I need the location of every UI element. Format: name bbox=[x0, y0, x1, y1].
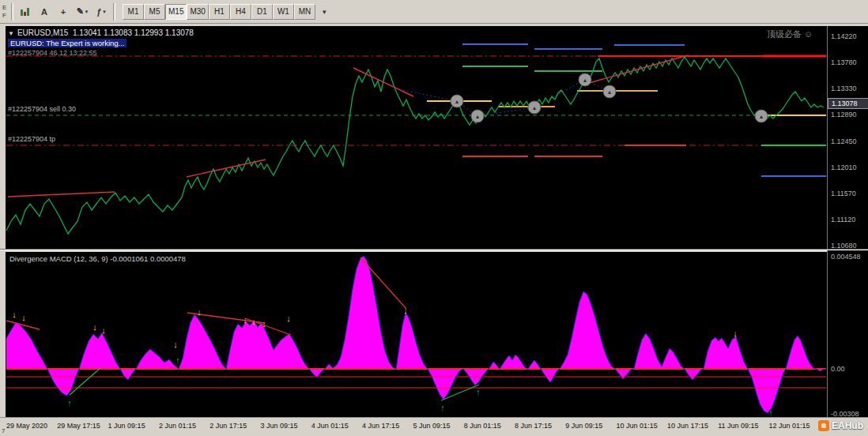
crosshair-icon: + bbox=[61, 7, 66, 17]
price-chart-canvas[interactable]: ▴▴▴▴▴▴ bbox=[6, 26, 827, 249]
time-axis-label: 1 Jun 09:15 bbox=[108, 422, 145, 430]
price-scale-label: 1.12010 bbox=[831, 164, 857, 171]
pane-separator[interactable] bbox=[0, 249, 868, 250]
time-axis-label: 4 Jun 17:15 bbox=[362, 422, 399, 430]
trend-line[interactable] bbox=[8, 192, 115, 197]
time-axis-label: 29 May 2020 bbox=[6, 422, 47, 430]
price-scale-label: 1.11570 bbox=[831, 190, 856, 197]
dock-letter: F bbox=[2, 12, 9, 20]
time-axis-label: 8 Jun 01:15 bbox=[464, 422, 501, 430]
sell-signal-arrow-icon: ↓ bbox=[197, 307, 202, 317]
trade-marker-arrow-icon: ▴ bbox=[583, 77, 587, 84]
time-axis-label: 2 Jun 01:15 bbox=[159, 422, 196, 430]
indicators-button[interactable]: ƒ ▾ bbox=[92, 3, 111, 21]
pencil-icon: ✎ bbox=[77, 6, 84, 17]
timeframe-mn-button[interactable]: MN bbox=[294, 4, 315, 20]
sell-signal-arrow-icon: ↓ bbox=[12, 310, 17, 319]
sell-signal-arrow-icon: ↓ bbox=[243, 315, 247, 325]
chart-type-button[interactable] bbox=[16, 3, 35, 21]
time-axis-label: 10 Jun 01:15 bbox=[617, 422, 658, 430]
main-toolbar: E F A + ✎ ▾ ƒ ▾ M1 M5 M15 M30 H1 H4 D1 W… bbox=[0, 0, 868, 24]
time-axis-label: 11 Jun 09:15 bbox=[718, 422, 758, 430]
sell-signal-arrow-icon: ↓ bbox=[262, 319, 266, 329]
sell-signal-arrow-icon: ↓ bbox=[251, 317, 256, 326]
function-icon: ƒ bbox=[96, 7, 101, 17]
macd-signal-line bbox=[6, 256, 826, 413]
price-scale-label: 1.13330 bbox=[831, 85, 857, 92]
chevron-down-icon: ▾ bbox=[103, 9, 106, 15]
time-axis[interactable]: 7 EAHub 29 May 202029 May 17:151 Jun 09:… bbox=[0, 417, 868, 436]
text-tool-button[interactable]: A bbox=[35, 3, 54, 21]
time-axis-label: 3 Jun 09:15 bbox=[261, 422, 298, 430]
buy-signal-arrow-icon: ↑ bbox=[67, 398, 72, 408]
timeframe-h1-button[interactable]: H1 bbox=[209, 4, 230, 20]
text-tool-icon: A bbox=[41, 7, 47, 17]
sell-signal-arrow-icon: ↓ bbox=[92, 322, 97, 332]
eahub-logo-text: EAHub bbox=[832, 420, 863, 431]
dock-letters: E F bbox=[2, 4, 9, 20]
time-axis-label: 29 May 17:15 bbox=[57, 422, 100, 430]
toolbar-separator bbox=[11, 3, 13, 21]
time-axis-label: 8 Jun 17:15 bbox=[515, 422, 552, 430]
timeframe-m15-button[interactable]: M15 bbox=[165, 4, 187, 20]
current-price-tag: 1.13078 bbox=[828, 98, 868, 109]
timeframe-toolbar: M1 M5 M15 M30 H1 H4 D1 W1 MN bbox=[123, 4, 315, 20]
toolbar-overflow-icon[interactable]: ▾ bbox=[323, 8, 326, 16]
buy-signal-arrow-icon: ↑ bbox=[440, 403, 445, 412]
price-scale-label: 1.14220 bbox=[831, 32, 857, 40]
time-axis-label: 4 Jun 01:15 bbox=[311, 422, 349, 430]
time-axis-label: 5 Jun 09:15 bbox=[413, 422, 450, 430]
toolbar-separator bbox=[113, 3, 115, 21]
eahub-branding: EAHub bbox=[818, 420, 863, 431]
price-scale-label: 1.13780 bbox=[831, 58, 857, 66]
sell-signal-arrow-icon: ↓ bbox=[733, 329, 738, 338]
trade-connector-line bbox=[399, 80, 609, 116]
price-scale-label: 1.12450 bbox=[831, 137, 857, 145]
trade-marker-arrow-icon: ▴ bbox=[476, 113, 479, 120]
sell-signal-arrow-icon: ↓ bbox=[286, 314, 291, 323]
time-axis-label: 12 Jun 01:15 bbox=[769, 422, 810, 430]
sell-signal-arrow-icon: ↓ bbox=[173, 340, 178, 349]
buy-signal-arrow-icon: ↑ bbox=[476, 387, 481, 397]
sell-signal-arrow-icon: ↓ bbox=[21, 313, 26, 322]
trade-marker-arrow-icon: ▴ bbox=[455, 98, 459, 105]
timeframe-m1-button[interactable]: M1 bbox=[123, 4, 144, 20]
sell-signal-arrow-icon: ↓ bbox=[101, 325, 106, 335]
trend-line[interactable] bbox=[187, 160, 266, 177]
macd-scale-top: 0.004548 bbox=[831, 253, 861, 261]
crosshair-button[interactable]: + bbox=[54, 3, 73, 21]
timeframe-h4-button[interactable]: H4 bbox=[230, 4, 251, 20]
eahub-logo-icon bbox=[818, 420, 829, 431]
macd-histogram bbox=[6, 256, 826, 413]
chevron-down-icon: ▾ bbox=[85, 9, 89, 15]
macd-scale-zero: 0.00 bbox=[831, 365, 845, 373]
draw-tools-button[interactable]: ✎ ▾ bbox=[73, 3, 92, 21]
timeframe-m5-button[interactable]: M5 bbox=[144, 4, 165, 20]
trade-marker-arrow-icon: ▴ bbox=[533, 104, 536, 111]
sell-signal-arrow-icon: ↓ bbox=[403, 306, 408, 315]
trade-marker-arrow-icon: ▴ bbox=[608, 88, 611, 96]
macd-canvas[interactable]: ↓↓↓↓↓↓↓↓↓↓↓↓↑↑↑↑↑ bbox=[6, 252, 827, 417]
time-axis-label: 10 Jun 17:15 bbox=[667, 422, 708, 430]
time-axis-label: 9 Jun 09:15 bbox=[565, 422, 602, 430]
timeframe-m30-button[interactable]: M30 bbox=[187, 4, 208, 20]
bar-chart-icon bbox=[20, 7, 31, 17]
trend-line[interactable] bbox=[587, 55, 688, 84]
timeframe-w1-button[interactable]: W1 bbox=[273, 4, 294, 20]
timeframe-d1-button[interactable]: D1 bbox=[251, 4, 273, 20]
time-axis-label: 2 Jun 17:15 bbox=[209, 422, 247, 430]
dock-letter: E bbox=[2, 4, 9, 12]
buy-signal-arrow-icon: ↑ bbox=[768, 408, 773, 417]
price-scale-label: 1.12890 bbox=[831, 111, 857, 118]
axis-corner-char: 7 bbox=[2, 427, 5, 434]
price-chart-pane[interactable]: ▴▴▴▴▴▴ ▼EURUSD,M15 1.13041 1.13083 1.129… bbox=[6, 26, 827, 249]
trade-marker-arrow-icon: ▴ bbox=[760, 113, 763, 120]
macd-indicator-pane[interactable]: ↓↓↓↓↓↓↓↓↓↓↓↓↑↑↑↑↑ Divergence MACD (12, 3… bbox=[6, 252, 827, 417]
buy-signal-arrow-icon: ↑ bbox=[175, 355, 180, 365]
price-axis[interactable]: 1.13078 0.004548 0.00 -0.00308 1.142201.… bbox=[827, 26, 868, 417]
price-scale-label: 1.11120 bbox=[831, 216, 855, 224]
